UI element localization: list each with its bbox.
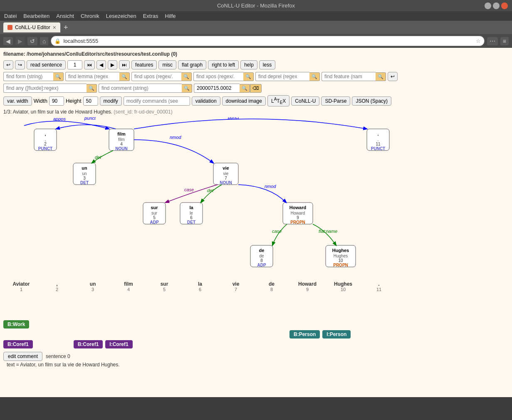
first-button[interactable]: ⏮ bbox=[84, 60, 95, 69]
validation-button[interactable]: validation bbox=[192, 96, 220, 106]
badge-iperson[interactable]: I:Person bbox=[322, 330, 351, 338]
menu-lesezeichen[interactable]: Lesezeichen bbox=[106, 13, 136, 19]
right-to-left-button[interactable]: right to left bbox=[208, 60, 239, 69]
conllu-button[interactable]: CoNLL-U bbox=[291, 96, 319, 106]
reload-button[interactable]: ↺ bbox=[27, 37, 37, 45]
token-col-5[interactable]: sur 5 bbox=[146, 281, 182, 292]
token-col-6[interactable]: la 6 bbox=[182, 281, 218, 292]
node-dot[interactable]: . . 11 PUNCT bbox=[367, 129, 389, 151]
misc-button[interactable]: misc bbox=[158, 60, 176, 69]
find-upos-input[interactable] bbox=[131, 72, 181, 81]
find-xpos-button[interactable]: 🔍 bbox=[243, 72, 254, 81]
new-tab-button[interactable]: + bbox=[64, 23, 68, 32]
find-xpos-input[interactable] bbox=[193, 72, 243, 81]
svg-text:vie: vie bbox=[223, 166, 229, 170]
find-lemma-button[interactable]: 🔍 bbox=[119, 72, 130, 81]
active-tab[interactable]: CoNLL-U Editor × bbox=[3, 22, 60, 32]
node-howard[interactable]: Howard Howard 9 PROPN bbox=[283, 203, 313, 225]
tab-close-button[interactable]: × bbox=[53, 24, 56, 31]
edit-comment-button[interactable]: edit comment bbox=[3, 352, 42, 361]
titlebar: CoNLL-U Editor - Mozilla Firefox bbox=[0, 0, 512, 11]
close-window-button[interactable] bbox=[501, 2, 508, 9]
token-col-11[interactable]: . 11 bbox=[361, 281, 397, 292]
modify-commands-input[interactable] bbox=[124, 96, 190, 106]
maximize-button[interactable] bbox=[493, 2, 500, 9]
json-spacy-button[interactable]: JSON (Spacy) bbox=[352, 96, 391, 106]
node-la[interactable]: la le 6 DET bbox=[180, 203, 203, 225]
menu-datei[interactable]: Datei bbox=[4, 13, 17, 19]
features-button[interactable]: features bbox=[131, 60, 157, 69]
token-col-8[interactable]: de 8 bbox=[254, 281, 289, 292]
find-deprel-input[interactable] bbox=[255, 72, 309, 81]
back-button[interactable]: ◀ bbox=[3, 37, 13, 45]
undo-button[interactable]: ↩ bbox=[3, 60, 13, 69]
latex-button[interactable]: LATEX bbox=[267, 95, 289, 106]
id-clear-button[interactable]: ⌫ bbox=[250, 84, 262, 93]
token-col-3[interactable]: un 3 bbox=[75, 281, 111, 292]
menu-ansicht[interactable]: Ansicht bbox=[56, 13, 74, 19]
clear-search-button[interactable]: ↩ bbox=[388, 72, 398, 81]
tools-button[interactable]: ≡ bbox=[500, 37, 509, 45]
next-button[interactable]: ▶ bbox=[108, 60, 117, 69]
find-deprel-group: 🔍 bbox=[255, 72, 320, 81]
token-col-2[interactable]: , 2 bbox=[39, 281, 75, 292]
badge-icoref1[interactable]: I:Coref1 bbox=[105, 340, 132, 348]
badge-bcoref1-1[interactable]: B:Coref1 bbox=[3, 340, 33, 348]
read-sentence-button[interactable]: read sentence bbox=[27, 60, 66, 69]
address-bar[interactable]: 🔒 localhost:5555 ☆ bbox=[51, 36, 484, 46]
download-image-button[interactable]: download image bbox=[222, 96, 266, 106]
help-button[interactable]: help bbox=[240, 60, 257, 69]
find-upos-button[interactable]: 🔍 bbox=[181, 72, 192, 81]
modify-button[interactable]: modify bbox=[100, 96, 122, 106]
id-search-button[interactable]: 🔍 bbox=[240, 84, 250, 93]
forward-button[interactable]: ▶ bbox=[15, 37, 25, 45]
find-feature-button[interactable]: 🔍 bbox=[376, 72, 386, 81]
node-sur[interactable]: sur sur 5 ADP bbox=[143, 203, 166, 225]
badge-bwork[interactable]: B:Work bbox=[3, 320, 29, 329]
height-input[interactable] bbox=[83, 96, 98, 106]
menu-bearbeiten[interactable]: Bearbeiten bbox=[23, 13, 49, 19]
token-col-9[interactable]: Howard 9 bbox=[289, 281, 325, 292]
home-button[interactable]: ⌂ bbox=[40, 37, 48, 45]
menu-extras[interactable]: Extras bbox=[143, 13, 158, 19]
token-col-7[interactable]: vie 7 bbox=[218, 281, 254, 292]
find-comment-input[interactable] bbox=[99, 84, 182, 93]
badge-bcoref1-2[interactable]: B:Coref1 bbox=[74, 340, 103, 348]
minimize-button[interactable] bbox=[485, 2, 491, 9]
node-vie[interactable]: vie vie 7 NOUN bbox=[213, 163, 238, 185]
more-options-button[interactable]: ⋯ bbox=[487, 37, 498, 45]
flat-graph-button[interactable]: flat graph bbox=[178, 60, 206, 69]
svg-text:,: , bbox=[45, 131, 46, 136]
node-film[interactable]: film film 4 NOUN bbox=[109, 129, 134, 151]
find-lemma-input[interactable] bbox=[65, 72, 119, 81]
find-deprel-button[interactable]: 🔍 bbox=[309, 72, 320, 81]
find-any-button[interactable]: 🔍 bbox=[87, 84, 97, 93]
token-col-1[interactable]: Aviator 1 bbox=[3, 281, 39, 292]
badge-bperson[interactable]: B:Person bbox=[289, 330, 320, 338]
find-feature-input[interactable] bbox=[322, 72, 376, 81]
id-input[interactable] bbox=[194, 84, 240, 93]
node-comma[interactable]: , , 2 PUNCT bbox=[34, 129, 57, 151]
sdparse-button[interactable]: SD-Parse bbox=[321, 96, 350, 106]
last-button[interactable]: ⏭ bbox=[119, 60, 130, 69]
find-form-input[interactable] bbox=[3, 72, 53, 81]
node-hughes[interactable]: Hughes Hughes 10 PROPN bbox=[326, 245, 356, 267]
token-col-10[interactable]: Hughes 10 bbox=[325, 281, 361, 292]
find-form-button[interactable]: 🔍 bbox=[53, 72, 64, 81]
prev-button[interactable]: ◀ bbox=[96, 60, 106, 69]
node-de[interactable]: de de 8 ADP bbox=[250, 245, 273, 267]
less-button[interactable]: less bbox=[259, 60, 275, 69]
menu-hilfe[interactable]: Hilfe bbox=[165, 13, 176, 19]
token-col-4[interactable]: film 4 bbox=[111, 281, 146, 292]
redo-button[interactable]: ↪ bbox=[15, 60, 25, 69]
tab-icon bbox=[7, 25, 12, 30]
url-display: localhost:5555 bbox=[63, 38, 473, 44]
find-comment-button[interactable]: 🔍 bbox=[182, 84, 192, 93]
find-any-input[interactable] bbox=[3, 84, 87, 93]
sentence-number-input[interactable] bbox=[67, 60, 82, 69]
node-un[interactable]: un un 3 DET bbox=[73, 163, 96, 185]
bookmark-icon[interactable]: ☆ bbox=[476, 38, 481, 44]
var-width-button[interactable]: var. width bbox=[3, 96, 32, 106]
menu-chronik[interactable]: Chronik bbox=[81, 13, 99, 19]
width-input[interactable] bbox=[49, 96, 64, 106]
